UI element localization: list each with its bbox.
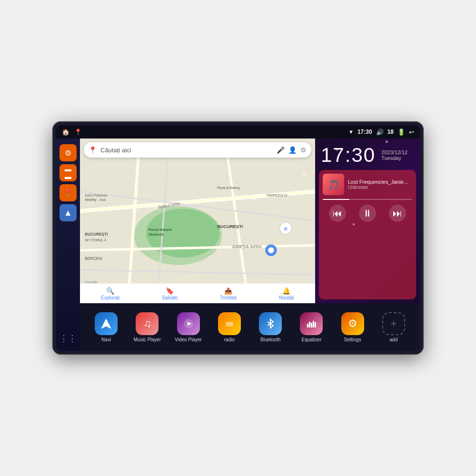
svg-text:AXIS Premium: AXIS Premium bbox=[85, 193, 107, 198]
svg-text:JUDEȚUL ILFOV: JUDEȚUL ILFOV bbox=[232, 245, 262, 249]
app-icon-music: ♫ bbox=[136, 312, 159, 335]
app-video-player[interactable]: Video Player bbox=[174, 312, 203, 342]
app-label-settings: Settings bbox=[344, 337, 361, 342]
music-progress-bar[interactable] bbox=[323, 199, 412, 200]
svg-point-28 bbox=[268, 248, 274, 253]
back-icon[interactable]: ↩ bbox=[409, 129, 414, 136]
svg-rect-50 bbox=[309, 322, 310, 327]
options-icon[interactable]: ⚙ bbox=[300, 146, 307, 154]
account-icon[interactable]: 👤 bbox=[288, 146, 297, 154]
app-icon-bluetooth bbox=[259, 312, 282, 335]
music-title: Lost Frequencies_Janie... bbox=[348, 179, 412, 185]
svg-rect-51 bbox=[311, 323, 312, 327]
svg-marker-41 bbox=[101, 318, 111, 329]
svg-rect-49 bbox=[307, 324, 308, 327]
gps-icon[interactable]: 📍 bbox=[74, 129, 82, 136]
app-label-music: Music Player bbox=[134, 337, 161, 342]
device-screen: 🏠 📍 ▼ 17:30 🔊 18 🔋 ↩ ⚙ ▬▬ 📍 ▲ ⋮⋮ bbox=[56, 125, 420, 351]
app-icon-add: + bbox=[382, 312, 405, 335]
mic-icon[interactable]: 🎤 bbox=[277, 146, 285, 154]
play-pause-button[interactable]: ⏸ bbox=[359, 205, 376, 222]
svg-text:Mobility - Sud: Mobility - Sud bbox=[85, 198, 106, 202]
svg-text:TRAPEZULUI: TRAPEZULUI bbox=[266, 193, 288, 198]
device-outer: 🏠 📍 ▼ 17:30 🔊 18 🔋 ↩ ⚙ ▬▬ 📍 ▲ ⋮⋮ bbox=[52, 121, 424, 355]
next-button[interactable]: ⏭ bbox=[389, 205, 406, 222]
sidebar: ⚙ ▬▬ 📍 ▲ ⋮⋮ bbox=[56, 139, 80, 351]
map-area[interactable]: Splaiul Unirii BUCUREȘTI SECTORUL 4 BUCU… bbox=[80, 139, 315, 303]
home-icon[interactable]: 🏠 bbox=[62, 129, 69, 136]
app-radio[interactable]: radio bbox=[215, 312, 244, 342]
clock-day: Tuesday bbox=[381, 155, 407, 161]
app-bluetooth[interactable]: Bluetooth bbox=[256, 312, 285, 342]
map-bottom-bar: 🔍 Explorați 🔖 Salvate 📤 Trimiteți bbox=[80, 283, 315, 303]
clock-date: 2023/12/12 bbox=[381, 149, 407, 155]
battery-icon: 🔋 bbox=[397, 129, 405, 136]
app-music-player[interactable]: ♫ Music Player bbox=[133, 312, 161, 342]
map-news[interactable]: 🔔 Noutăți bbox=[279, 287, 294, 300]
volume-icon: 🔊 bbox=[376, 129, 384, 136]
svg-text:BUCUREȘTI: BUCUREȘTI bbox=[217, 224, 243, 229]
album-art: 🎵 bbox=[323, 174, 344, 195]
app-settings[interactable]: ⚙ Settings bbox=[338, 312, 367, 342]
map-explore[interactable]: 🔍 Explorați bbox=[101, 287, 119, 300]
battery-level: 18 bbox=[387, 129, 394, 135]
status-bar: 🏠 📍 ▼ 17:30 🔊 18 🔋 ↩ bbox=[56, 125, 420, 139]
app-add[interactable]: + add bbox=[379, 312, 408, 342]
map-saved[interactable]: 🔖 Salvate bbox=[162, 287, 178, 300]
music-controls: ⏮ ⏸ ⏭ bbox=[323, 205, 412, 222]
music-progress-fill bbox=[323, 199, 349, 200]
svg-text:SECTORUL 4: SECTORUL 4 bbox=[85, 238, 106, 242]
svg-rect-53 bbox=[315, 322, 316, 327]
app-label-add: add bbox=[390, 337, 398, 342]
app-grid: Navi ♫ Music Player Video Player bbox=[80, 303, 420, 351]
sidebar-navigate[interactable]: ▲ bbox=[60, 204, 77, 221]
app-icon-eq bbox=[300, 312, 323, 335]
app-icon-radio bbox=[218, 312, 241, 335]
map-share[interactable]: 📤 Trimiteți bbox=[220, 287, 237, 300]
sidebar-folder[interactable]: ▬▬ bbox=[60, 164, 77, 181]
svg-text:⊕: ⊕ bbox=[284, 226, 288, 231]
right-panel: 17:30 2023/12/12 Tuesday 🎵 bbox=[315, 139, 420, 303]
prev-button[interactable]: ⏮ bbox=[329, 205, 346, 222]
status-time: 17:30 bbox=[357, 129, 372, 135]
app-label-eq: Equalizer bbox=[302, 337, 322, 342]
app-navi[interactable]: Navi bbox=[92, 312, 120, 342]
music-artist: Unknown bbox=[348, 185, 412, 190]
svg-text:Parcul Natural: Parcul Natural bbox=[149, 228, 172, 232]
google-maps-icon: 📍 bbox=[89, 146, 97, 154]
music-widget: 🎵 Lost Frequencies_Janie... Unknown bbox=[319, 170, 416, 299]
svg-rect-52 bbox=[313, 321, 314, 327]
app-label-video: Video Player bbox=[175, 337, 202, 342]
app-label-radio: radio bbox=[224, 337, 235, 342]
clock-time: 17:30 bbox=[321, 145, 376, 165]
app-icon-navi bbox=[95, 312, 118, 335]
app-label-navi: Navi bbox=[101, 337, 111, 342]
svg-text:Pizza & Bakery: Pizza & Bakery bbox=[217, 186, 240, 190]
sidebar-settings[interactable]: ⚙ bbox=[60, 144, 77, 161]
app-icon-video bbox=[177, 312, 200, 335]
wifi-icon: ▼ bbox=[348, 129, 354, 135]
app-equalizer[interactable]: Equalizer bbox=[297, 312, 326, 342]
sidebar-map[interactable]: 📍 bbox=[60, 184, 77, 201]
app-icon-settings: ⚙ bbox=[341, 312, 364, 335]
sidebar-apps[interactable]: ⋮⋮ bbox=[60, 330, 77, 347]
clock-section: 17:30 2023/12/12 Tuesday bbox=[315, 139, 420, 170]
svg-text:BERCENI: BERCENI bbox=[85, 257, 102, 261]
app-label-bluetooth: Bluetooth bbox=[260, 337, 280, 342]
svg-text:Văcărești: Văcărești bbox=[149, 232, 164, 237]
map-search-bar[interactable]: 📍 Căutați aici 🎤 👤 ⚙ bbox=[84, 142, 311, 158]
search-input-text[interactable]: Căutați aici bbox=[100, 147, 273, 154]
svg-text:BUCUREȘTI: BUCUREȘTI bbox=[85, 232, 108, 237]
